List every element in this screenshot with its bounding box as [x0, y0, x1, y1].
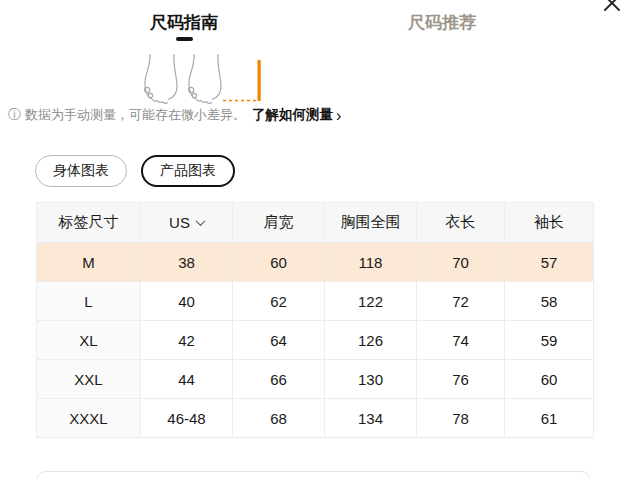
- col-header-chest: 胸围全围: [325, 203, 417, 243]
- us-cell: 38: [141, 243, 233, 282]
- col-header-us-dropdown[interactable]: US: [141, 203, 233, 243]
- chevron-down-icon: [195, 216, 205, 226]
- tab-size-recommendation-label: 尺码推荐: [408, 13, 476, 33]
- size-label-cell: XXL: [37, 360, 141, 399]
- shoulder-cell: 60: [233, 243, 325, 282]
- measurement-notice: ⓘ 数据为手动测量，可能存在微小差异。 了解如何测量 ›: [8, 106, 341, 124]
- product-chart-label: 产品图表: [160, 162, 216, 180]
- sleeve-cell: 59: [505, 321, 594, 360]
- chest-cell: 130: [325, 360, 417, 399]
- length-cell: 70: [417, 243, 505, 282]
- how-to-measure-label: 了解如何测量: [252, 106, 333, 124]
- info-icon: ⓘ: [8, 106, 21, 124]
- sleeve-cell: 57: [505, 243, 594, 282]
- sleeve-cell: 60: [505, 360, 594, 399]
- size-table: 标签尺寸 US 肩宽 胸围全围 衣长 袖长 M 38 60 118 70 57 …: [36, 202, 594, 438]
- size-label-cell: L: [37, 282, 141, 321]
- length-cell: 72: [417, 282, 505, 321]
- tab-size-guide-label: 尺码指南: [150, 13, 218, 33]
- chest-cell: 134: [325, 399, 417, 438]
- size-guide-modal: { "header": { "tabs": [ { "label": "尺码指南…: [0, 0, 626, 479]
- shoulder-cell: 62: [233, 282, 325, 321]
- table-row-l: L 40 62 122 72 58: [37, 282, 594, 321]
- chest-cell: 122: [325, 282, 417, 321]
- tab-size-recommendation[interactable]: 尺码推荐: [408, 13, 476, 41]
- body-chart-label: 身体图表: [53, 162, 109, 180]
- feet-measure-illustration: [138, 54, 268, 104]
- table-row-m: M 38 60 118 70 57: [37, 243, 594, 282]
- col-header-shoulder: 肩宽: [233, 203, 325, 243]
- size-table-header-row: 标签尺寸 US 肩宽 胸围全围 衣长 袖长: [37, 203, 594, 243]
- sleeve-cell: 61: [505, 399, 594, 438]
- shoulder-cell: 68: [233, 399, 325, 438]
- size-label-cell: XL: [37, 321, 141, 360]
- length-cell: 78: [417, 399, 505, 438]
- us-cell: 46-48: [141, 399, 233, 438]
- size-label-cell: XXXL: [37, 399, 141, 438]
- col-header-label-size: 标签尺寸: [37, 203, 141, 243]
- measure-vertical-bar: [258, 60, 261, 101]
- size-label-cell: M: [37, 243, 141, 282]
- close-icon[interactable]: [603, 0, 621, 12]
- length-cell: 74: [417, 321, 505, 360]
- product-chart-button[interactable]: 产品图表: [141, 155, 235, 187]
- active-tab-indicator: [176, 37, 193, 41]
- us-cell: 44: [141, 360, 233, 399]
- length-cell: 76: [417, 360, 505, 399]
- us-cell: 40: [141, 282, 233, 321]
- chest-cell: 118: [325, 243, 417, 282]
- shoulder-cell: 66: [233, 360, 325, 399]
- us-cell: 42: [141, 321, 233, 360]
- tab-bar: 尺码指南 尺码推荐: [0, 13, 626, 41]
- how-to-measure-link[interactable]: 了解如何测量 ›: [252, 106, 341, 124]
- chart-toggle: 身体图表 产品图表: [35, 155, 235, 187]
- body-chart-button[interactable]: 身体图表: [35, 155, 127, 187]
- chest-cell: 126: [325, 321, 417, 360]
- next-section-card: [36, 471, 591, 479]
- col-header-length: 衣长: [417, 203, 505, 243]
- table-row-xxxl: XXXL 46-48 68 134 78 61: [37, 399, 594, 438]
- col-header-sleeve: 袖长: [505, 203, 594, 243]
- notice-text: 数据为手动测量，可能存在微小差异。: [25, 106, 246, 124]
- chevron-right-icon: ›: [336, 109, 341, 122]
- us-dropdown-label: US: [169, 214, 190, 231]
- tab-size-guide[interactable]: 尺码指南: [150, 13, 218, 41]
- sleeve-cell: 58: [505, 282, 594, 321]
- table-row-xxl: XXL 44 66 130 76 60: [37, 360, 594, 399]
- shoulder-cell: 64: [233, 321, 325, 360]
- table-row-xl: XL 42 64 126 74 59: [37, 321, 594, 360]
